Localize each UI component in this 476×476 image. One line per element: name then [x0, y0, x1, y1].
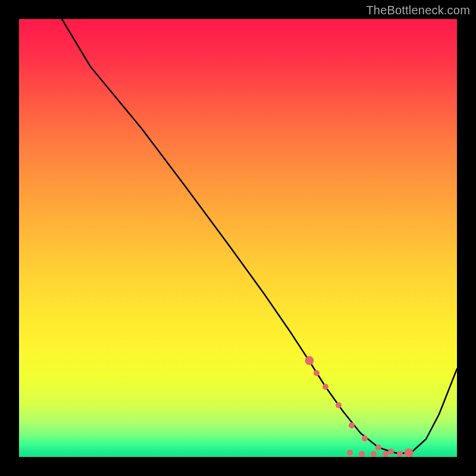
dot [347, 450, 353, 456]
dot [388, 449, 394, 455]
dot [314, 370, 320, 376]
dot [371, 451, 377, 457]
dot [375, 444, 381, 450]
dot [322, 384, 328, 390]
watermark-text: TheBottleneck.com [366, 4, 470, 17]
dot [359, 451, 365, 457]
dot [336, 402, 342, 408]
chart-area [19, 19, 457, 457]
dot [362, 436, 368, 441]
dot [405, 449, 414, 458]
dot [349, 422, 355, 428]
highlight-dots [19, 19, 457, 457]
dot [383, 451, 389, 457]
dot [397, 451, 403, 457]
dot [305, 356, 314, 365]
